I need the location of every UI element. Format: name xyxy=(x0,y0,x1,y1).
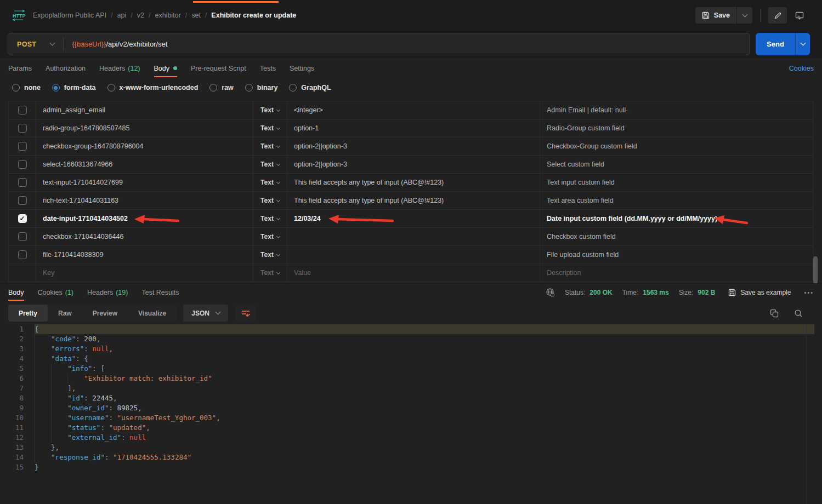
tab-headers[interactable]: Headers(12) xyxy=(99,59,140,77)
row-checkbox[interactable] xyxy=(18,178,27,187)
row-key[interactable]: checkbox-1710414036446 xyxy=(36,228,253,245)
row-description[interactable]: Text area custom field xyxy=(540,192,814,209)
cookies-link[interactable]: Cookies xyxy=(789,65,814,72)
row-type-select[interactable]: Text xyxy=(253,192,287,209)
send-options-button[interactable] xyxy=(795,33,810,55)
key-input-placeholder[interactable]: Key xyxy=(36,264,253,282)
row-key[interactable]: date-input-1710414034502 xyxy=(36,210,253,227)
row-key[interactable]: select-1660313674966 xyxy=(36,156,253,173)
response-tab-cookies[interactable]: Cookies(1) xyxy=(38,284,73,301)
tab-tests[interactable]: Tests xyxy=(260,59,276,77)
row-checkbox[interactable] xyxy=(18,214,27,223)
breadcrumb-item[interactable]: v2 xyxy=(137,12,144,19)
row-value[interactable]: option-2||option-3 xyxy=(287,156,540,173)
row-checkbox[interactable] xyxy=(18,124,27,133)
row-value[interactable]: This field accepts any type of input (AB… xyxy=(287,174,540,191)
row-type-select[interactable]: Text xyxy=(253,210,287,227)
tab-authorization[interactable]: Authorization xyxy=(46,59,86,77)
response-json-viewer[interactable]: 1{2"code": 200,3"errors": null,4"data": … xyxy=(0,324,814,504)
row-description[interactable]: Checkbox custom field xyxy=(540,228,814,245)
breadcrumb-item[interactable]: Expoplatform Public API xyxy=(33,12,106,19)
row-value[interactable]: <integer> xyxy=(287,101,540,119)
row-description[interactable]: Select custom field xyxy=(540,156,814,173)
row-type-select[interactable]: Text xyxy=(253,156,287,173)
row-type-select[interactable]: Text xyxy=(253,264,287,282)
indent-guide xyxy=(35,354,51,364)
status-value[interactable]: 200 OK xyxy=(589,289,612,296)
breadcrumb-item[interactable]: exhibitor xyxy=(155,12,180,19)
size-value[interactable]: 902 B xyxy=(698,289,715,296)
row-checkbox[interactable] xyxy=(18,106,27,114)
row-value[interactable] xyxy=(287,246,540,264)
row-type-select[interactable]: Text xyxy=(253,101,287,119)
row-checkbox[interactable] xyxy=(18,160,27,169)
row-value[interactable]: 12/03/24 xyxy=(287,210,540,227)
row-description[interactable]: Admin Email | default: null· xyxy=(540,101,814,119)
row-type-select[interactable]: Text xyxy=(253,138,287,155)
breadcrumb-item[interactable]: set xyxy=(191,12,201,19)
response-tab-test-results[interactable]: Test Results xyxy=(141,284,179,301)
row-type-select[interactable]: Text xyxy=(253,119,287,137)
body-mode-x-www-form-urlencoded[interactable]: x-www-form-urlencoded xyxy=(107,84,199,91)
body-mode-none[interactable]: none xyxy=(12,84,41,91)
response-tab-headers[interactable]: Headers(19) xyxy=(87,284,128,301)
send-button[interactable]: Send xyxy=(756,33,795,55)
row-value[interactable]: option-1 xyxy=(287,119,540,137)
format-selector[interactable]: JSON xyxy=(183,305,228,322)
view-tab-raw[interactable]: Raw xyxy=(48,305,82,322)
line-number: 8 xyxy=(0,393,35,403)
view-tab-visualize[interactable]: Visualize xyxy=(128,305,177,322)
scrollbar-thumb[interactable] xyxy=(813,256,818,284)
save-button[interactable]: Save xyxy=(695,12,736,19)
edit-button[interactable] xyxy=(768,7,787,24)
checkbox-cell xyxy=(8,119,36,137)
description-input-placeholder[interactable]: Description xyxy=(540,264,814,282)
row-description[interactable]: Checkbox-Group custom field xyxy=(540,138,814,155)
row-description[interactable]: Radio-Group custom field xyxy=(540,119,814,137)
row-key[interactable]: radio-group-1647808507485 xyxy=(36,119,253,137)
row-checkbox[interactable] xyxy=(18,196,27,205)
row-type-select[interactable]: Text xyxy=(253,174,287,191)
row-value[interactable] xyxy=(287,228,540,245)
more-options-icon[interactable]: ••• xyxy=(804,289,814,296)
row-value[interactable]: option-2||option-3 xyxy=(287,138,540,155)
row-key[interactable]: checkbox-group-1647808796004 xyxy=(36,138,253,155)
body-mode-form-data[interactable]: form-data xyxy=(52,84,96,91)
tab-params[interactable]: Params xyxy=(8,59,32,77)
save-options-button[interactable] xyxy=(737,7,752,24)
tab-settings[interactable]: Settings xyxy=(290,59,314,77)
row-description[interactable]: Text input custom field xyxy=(540,174,814,191)
row-description[interactable]: File upload custom field xyxy=(540,246,814,264)
row-description[interactable]: Date input custom field (dd.MM.yyyy or d… xyxy=(540,210,814,227)
body-mode-binary[interactable]: binary xyxy=(245,84,278,91)
row-value[interactable]: This field accepts any type of input (AB… xyxy=(287,192,540,209)
search-icon[interactable] xyxy=(794,309,803,318)
row-type-select[interactable]: Text xyxy=(253,246,287,264)
view-tab-preview[interactable]: Preview xyxy=(82,305,128,322)
tab-body[interactable]: Body xyxy=(154,59,178,77)
row-key[interactable]: text-input-1710414027699 xyxy=(36,174,253,191)
row-key[interactable]: admin_assign_email xyxy=(36,101,253,119)
url-input[interactable]: {{baseUrl}}/api/v2/exhibitor/set xyxy=(64,40,175,48)
row-key[interactable]: file-1710414038309 xyxy=(36,246,253,264)
row-type-select[interactable]: Text xyxy=(253,228,287,245)
wrap-text-button[interactable] xyxy=(236,305,256,322)
body-mode-graphql[interactable]: GraphQL xyxy=(289,84,331,91)
view-tab-pretty[interactable]: Pretty xyxy=(8,305,48,322)
time-value[interactable]: 1563 ms xyxy=(643,289,668,296)
body-mode-raw[interactable]: raw xyxy=(209,84,234,91)
method-selector[interactable]: POST xyxy=(8,41,63,48)
value-input-placeholder[interactable]: Value xyxy=(287,264,540,282)
code-token: : xyxy=(84,345,92,353)
row-checkbox[interactable] xyxy=(18,250,27,259)
save-as-example-button[interactable]: Save as example xyxy=(728,289,791,296)
copy-icon[interactable] xyxy=(770,309,779,318)
comments-button[interactable] xyxy=(790,7,809,24)
row-key[interactable]: rich-text-1710414031163 xyxy=(36,192,253,209)
tab-pre-request-script[interactable]: Pre-request Script xyxy=(191,59,246,77)
row-checkbox[interactable] xyxy=(18,232,27,241)
breadcrumb-item[interactable]: api xyxy=(117,12,127,19)
response-tab-body[interactable]: Body xyxy=(8,284,24,301)
breadcrumb-separator: / xyxy=(111,12,112,19)
row-checkbox[interactable] xyxy=(18,142,27,151)
